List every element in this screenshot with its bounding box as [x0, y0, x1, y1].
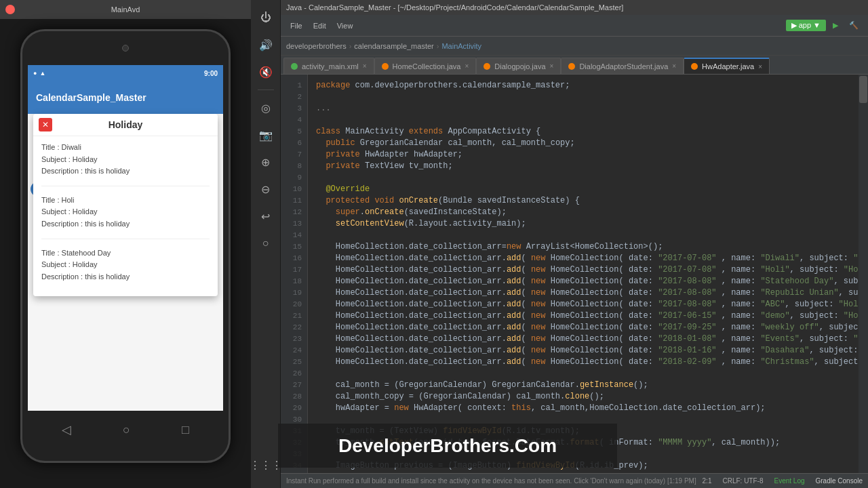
back-nav-icon[interactable]: ◁	[62, 422, 71, 437]
holiday-item-1: Title : Diwali Subject : Holiday Descrip…	[41, 142, 210, 186]
app-title: CalendarSample_Master	[36, 92, 146, 103]
view-menu[interactable]: View	[333, 20, 357, 31]
line-8: 8	[281, 161, 307, 172]
recent-nav-icon[interactable]: □	[182, 423, 189, 437]
emulator-title: MainAvd	[111, 5, 140, 14]
line-10: 10	[281, 184, 307, 195]
holiday-3-description: Description : this is holiday	[41, 271, 210, 283]
line-4: 4	[281, 115, 307, 126]
phone-camera	[122, 45, 129, 52]
edit-menu[interactable]: Edit	[309, 20, 330, 31]
volume-icon[interactable]: 🔊	[254, 33, 278, 57]
tab-icon-hwadapter	[691, 63, 698, 70]
tab-close-dialogpojo[interactable]: ×	[550, 62, 554, 70]
line-22: 22	[281, 322, 307, 333]
camera-icon[interactable]: 📷	[254, 123, 278, 147]
ide-toolbar-panel: ⏻ 🔊 🔇 ◎ 📷 ⊕ ⊖ ↩ ○ ⋮⋮⋮	[251, 0, 281, 488]
breadcrumb-sep-1: ›	[349, 42, 352, 50]
breadcrumb-file[interactable]: MainActivity	[441, 42, 481, 50]
zoom-out-icon[interactable]: ⊖	[254, 177, 278, 201]
target-icon[interactable]: ◎	[254, 96, 278, 120]
signal-icon: ▲	[39, 70, 45, 77]
tab-activity-xml[interactable]: activity_main.xml ×	[283, 58, 374, 74]
line-29: 29	[281, 403, 307, 414]
tab-dialogadaptor[interactable]: DialogAdaptorStudent.java ×	[561, 58, 684, 74]
line-23: 23	[281, 333, 307, 345]
line-numbers: 1 2 3 4 5 6 7 8 9 10 11 12 13 14 15 16 1…	[281, 75, 308, 473]
line-24: 24	[281, 345, 307, 357]
mute-icon[interactable]: 🔇	[254, 60, 278, 84]
tab-close-homecollection[interactable]: ×	[465, 62, 469, 70]
power-icon[interactable]: ⏻	[254, 5, 278, 30]
tab-icon-xml	[291, 63, 298, 70]
line-25: 25	[281, 357, 307, 368]
watermark-text: DeveloperBrothers.Com	[338, 435, 557, 457]
scrollbar[interactable]	[859, 75, 868, 473]
line-12: 12	[281, 207, 307, 218]
line-6: 6	[281, 138, 307, 149]
code-content[interactable]: package com.developerbrothers.calendarsa…	[308, 75, 859, 473]
tab-label-dialogadaptor: DialogAdaptorStudent.java	[579, 62, 668, 70]
phone-bottom-nav: ◁ ○ □	[22, 411, 229, 449]
home-nav-icon[interactable]: ○	[123, 423, 130, 437]
line-14: 14	[281, 230, 307, 241]
tab-homecollection[interactable]: HomeCollection.java ×	[374, 58, 477, 74]
dialog-close-button[interactable]: ✕	[39, 118, 52, 131]
rotate-icon[interactable]: ↩	[254, 204, 278, 228]
tab-close-hwadapter[interactable]: ×	[758, 63, 762, 70]
event-log-button[interactable]: Event Log	[774, 477, 804, 485]
status-time: 9:00	[204, 70, 218, 77]
tab-close-xml[interactable]: ×	[363, 62, 367, 70]
toolbar-more-button[interactable]: ⋮⋮⋮	[254, 453, 278, 477]
line-26: 26	[281, 368, 307, 380]
build-button[interactable]: 🔨	[845, 20, 863, 31]
breadcrumb-developer[interactable]: developerbrothers	[286, 42, 347, 50]
status-bar: ● ▲ 9:00	[28, 65, 223, 81]
line-28: 28	[281, 391, 307, 403]
line-27: 27	[281, 380, 307, 391]
watermark: DeveloperBrothers.Com	[278, 424, 617, 468]
line-9: 9	[281, 172, 307, 184]
status-left-icons: ● ▲	[33, 70, 45, 77]
status-right: 2:1 CRLF: UTF-8 Event Log Gradle Console	[703, 477, 863, 485]
tab-close-dialogadaptor[interactable]: ×	[672, 62, 676, 70]
tab-label-dialogpojo: Dialogpojo.java	[494, 62, 545, 70]
phone-top	[22, 31, 229, 65]
line-15: 15	[281, 241, 307, 253]
holiday-2-description: Description : this is holiday	[41, 218, 210, 230]
file-tabs: activity_main.xml × HomeCollection.java …	[281, 56, 868, 75]
tab-icon-homecollection	[382, 63, 389, 70]
ide-panel: Java - CalendarSample_Master - [~/Deskto…	[281, 0, 868, 488]
debug-button[interactable]: ▶	[829, 20, 842, 31]
file-menu[interactable]: File	[286, 20, 307, 31]
wifi-icon: ●	[33, 70, 37, 77]
run-button[interactable]: ▶ app ▼	[786, 20, 826, 31]
holiday-3-subject: Subject : Holiday	[41, 259, 210, 271]
holiday-2-subject: Subject : Holiday	[41, 206, 210, 218]
ide-title-bar: Java - CalendarSample_Master - [~/Deskto…	[281, 0, 868, 15]
gradle-console-button[interactable]: Gradle Console	[816, 477, 863, 485]
phone-screen: ● ▲ 9:00 CalendarSample_Master ‹ July 20…	[28, 65, 223, 411]
tab-label-xml: activity_main.xml	[302, 62, 359, 70]
circle-icon[interactable]: ○	[254, 231, 278, 256]
line-2: 2	[281, 92, 307, 103]
tab-hwadapter[interactable]: HwAdapter.java ×	[684, 58, 770, 74]
holiday-1-title: Title : Diwali	[41, 142, 210, 154]
more-icon[interactable]: ⋮⋮⋮	[254, 453, 278, 477]
close-button[interactable]	[5, 5, 15, 14]
cursor-position: 2:1	[703, 477, 712, 485]
line-1: 1	[281, 80, 307, 92]
code-area: 1 2 3 4 5 6 7 8 9 10 11 12 13 14 15 16 1…	[281, 75, 868, 473]
line-35: 35	[281, 472, 307, 473]
crlf-encoding: CRLF: UTF-8	[722, 477, 763, 485]
toolbar-separator-1	[258, 89, 274, 90]
holiday-3-title: Title : Statehood Day	[41, 247, 210, 260]
line-20: 20	[281, 299, 307, 310]
app-header: CalendarSample_Master	[28, 81, 223, 114]
breadcrumb-project[interactable]: calendarsample_master	[354, 42, 433, 50]
holiday-item-3: Title : Statehood Day Subject : Holiday …	[41, 247, 210, 291]
breadcrumb-sep-2: ›	[437, 42, 439, 50]
line-5: 5	[281, 126, 307, 138]
tab-dialogpojo[interactable]: Dialogpojo.java ×	[476, 58, 561, 74]
zoom-in-icon[interactable]: ⊕	[254, 150, 278, 174]
